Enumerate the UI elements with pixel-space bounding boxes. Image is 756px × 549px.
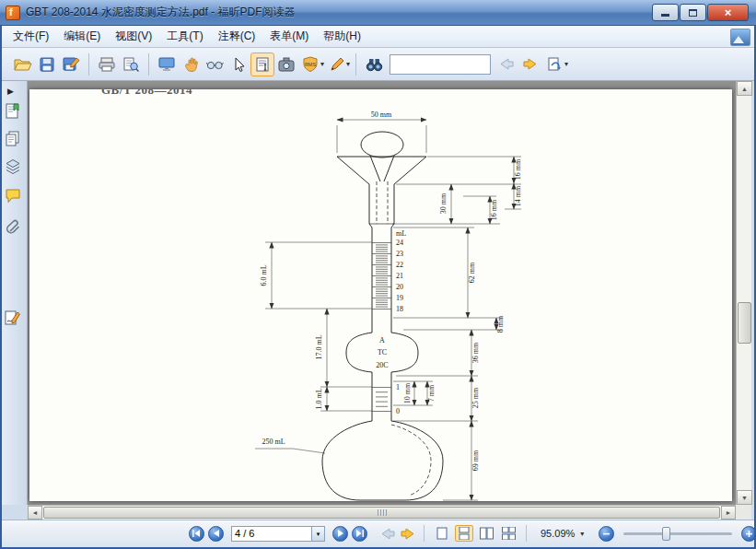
continuous-icon	[459, 527, 470, 540]
prev-view-button[interactable]	[380, 528, 396, 540]
scroll-up-button[interactable]: ▲	[737, 81, 752, 96]
dim-label-16mm-top: 16 mm	[514, 158, 522, 180]
vol-label-6ml: 6.0 mL	[260, 264, 268, 286]
menu-item-help[interactable]: 帮助(H)	[316, 26, 368, 47]
minimize-button[interactable]	[652, 4, 679, 21]
scale-24: 24	[396, 239, 403, 247]
menu-item-comments[interactable]: 注释(C)	[211, 26, 263, 47]
sidebar-item-attachments[interactable]	[5, 217, 23, 236]
page-number-caret-icon[interactable]: ▾	[312, 526, 325, 542]
rms-protect-button[interactable]: RMS	[298, 53, 322, 76]
page-arrow-icon	[547, 57, 562, 72]
capacity-label: 250 mL	[262, 438, 285, 446]
window-controls: ×	[652, 4, 749, 21]
sidebar-item-signature[interactable]	[5, 310, 23, 328]
pdf-page[interactable]: GB/T 208—2014	[29, 89, 732, 501]
find-button[interactable]	[362, 53, 386, 76]
sidebar-expand-button[interactable]: ▶	[7, 87, 14, 96]
pages-icon	[5, 131, 21, 147]
menu-item-file[interactable]: 文件(F)	[6, 26, 56, 47]
maximize-button[interactable]	[680, 4, 706, 21]
scale-unit: mL	[396, 229, 406, 238]
menu-item-view[interactable]: 视图(V)	[108, 26, 159, 47]
toolbar-separator	[355, 53, 356, 76]
app-window: f GBT 208-2014 水泥密度测定方法.pdf - 福昕PDF阅读器 ×…	[0, 0, 756, 549]
open-button[interactable]	[11, 53, 35, 76]
sidebar-item-bookmarks[interactable]	[5, 103, 23, 122]
zoom-slider-handle[interactable]	[662, 527, 670, 541]
print-button[interactable]	[95, 53, 119, 76]
snapshot-button[interactable]	[274, 53, 298, 76]
scale-1: 1	[396, 383, 400, 391]
document-view[interactable]: GB/T 208—2014	[28, 81, 736, 505]
select-tool-button[interactable]	[227, 53, 250, 76]
stopper	[361, 132, 403, 158]
view-facing-button[interactable]	[477, 525, 495, 542]
vol-label-17ml: 17.0 mL	[315, 334, 323, 359]
statusbar: ▾ 95.09%	[0, 520, 756, 549]
view-single-page-button[interactable]	[433, 525, 451, 542]
hand-tool-button[interactable]	[179, 53, 203, 76]
text-select-tool-button[interactable]	[250, 53, 274, 76]
scroll-down-button[interactable]: ▼	[737, 490, 752, 505]
first-page-button[interactable]	[189, 526, 204, 542]
more-tools-button[interactable]	[542, 53, 566, 76]
toolbar: RMS ▾ ▾ ▾	[0, 48, 756, 81]
window-border-left	[0, 26, 2, 549]
menu-item-forms[interactable]: 表单(M)	[262, 26, 316, 47]
open-folder-icon	[14, 57, 32, 72]
navigation-sidebar: ▶	[0, 81, 28, 505]
page-number-input[interactable]	[231, 526, 312, 542]
print-preview-button[interactable]	[119, 53, 143, 76]
scroll-left-button[interactable]: ◄	[28, 506, 42, 520]
print-preview-icon	[122, 57, 139, 72]
zoom-slider[interactable]	[623, 532, 732, 535]
sidebar-item-layers[interactable]	[5, 158, 23, 177]
zoom-out-button[interactable]	[599, 526, 614, 542]
dim-label-30mm: 30 mm	[439, 193, 448, 214]
view-facing-continuous-button[interactable]	[499, 525, 518, 542]
scroll-right-button[interactable]: ►	[721, 506, 736, 520]
arrow-right-icon	[522, 57, 539, 71]
menu-item-tools[interactable]: 工具(T)	[159, 26, 210, 47]
paperclip-icon	[5, 217, 21, 234]
skin-button[interactable]	[730, 29, 750, 46]
search-input[interactable]	[390, 54, 491, 75]
horizontal-scroll-thumb[interactable]	[43, 507, 720, 519]
sidebar-item-comments[interactable]	[5, 188, 23, 206]
full-screen-button[interactable]	[155, 53, 179, 76]
find-next-button[interactable]	[518, 53, 542, 76]
save-as-button[interactable]	[59, 53, 83, 76]
plus-icon	[745, 530, 753, 538]
menu-item-edit[interactable]: 编辑(E)	[56, 26, 108, 47]
titlebar[interactable]: f GBT 208-2014 水泥密度测定方法.pdf - 福昕PDF阅读器 ×	[0, 0, 756, 26]
find-previous-button[interactable]	[494, 53, 518, 76]
vertical-scrollbar[interactable]: ▲ ▼	[736, 81, 751, 505]
next-page-button[interactable]	[332, 526, 348, 542]
zoom-caret-icon[interactable]: ▾	[580, 530, 584, 538]
vertical-scroll-thumb[interactable]	[738, 302, 751, 344]
toolbar-separator	[88, 53, 89, 76]
horizontal-scrollbar[interactable]: ◄ ►	[28, 505, 736, 520]
bulb-mark-a: A	[379, 336, 385, 345]
prev-page-button[interactable]	[208, 526, 224, 542]
highlight-caret-icon[interactable]: ▾	[346, 60, 350, 68]
dim-label-69mm: 69 mm	[471, 450, 480, 471]
save-button[interactable]	[35, 53, 59, 76]
more-tools-caret-icon[interactable]: ▾	[564, 60, 568, 68]
arrow-left-icon	[498, 57, 515, 71]
window-title: GBT 208-2014 水泥密度测定方法.pdf - 福昕PDF阅读器	[26, 0, 296, 26]
close-button[interactable]: ×	[707, 4, 749, 21]
last-page-button[interactable]	[352, 526, 367, 542]
scale-22: 22	[396, 261, 403, 269]
next-view-button[interactable]	[400, 528, 415, 540]
view-continuous-button[interactable]	[455, 525, 473, 542]
zoom-level[interactable]: 95.09%	[541, 528, 575, 539]
le-chatelier-flask-figure: 50 mm 16 mm 14 mm 16 mm 30 mm 62 mm 8 mm…	[219, 95, 541, 501]
first-page-icon	[192, 530, 201, 537]
sidebar-item-pages[interactable]	[5, 131, 23, 149]
highlight-tool-button[interactable]	[324, 53, 348, 76]
extension-lines	[255, 125, 521, 500]
glasses-icon	[206, 58, 224, 71]
read-mode-button[interactable]	[203, 53, 227, 76]
